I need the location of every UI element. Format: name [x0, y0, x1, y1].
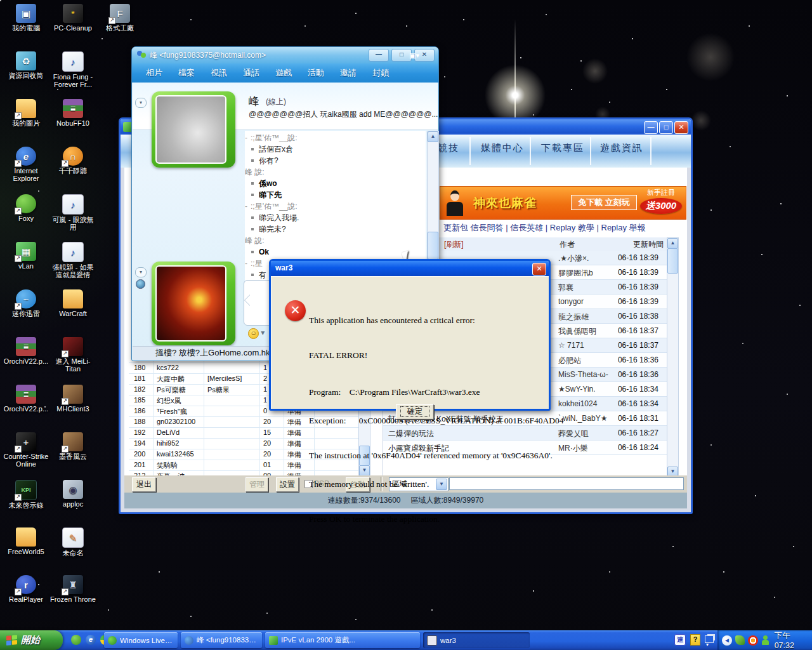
banner-register[interactable]: 新手註冊 送3000 [640, 188, 682, 214]
banner-title: 神來也麻雀 [473, 195, 537, 211]
task-label: war3 [440, 637, 456, 644]
player-status: 準備 [287, 418, 301, 427]
desktop-icon[interactable]: ◉ apploc [49, 480, 96, 527]
tray-collapse-chevron-icon[interactable]: ◄ [722, 635, 732, 646]
desktop-icon[interactable]: + Counter-Strike Online [3, 432, 49, 480]
collapse-chevron-icon[interactable]: ▾ [135, 267, 147, 277]
desktop-icon[interactable]: r RealPlayer [3, 575, 49, 623]
desktop-icon-label: PC-Cleanup [49, 24, 96, 32]
messenger-presence-tray-icon[interactable] [761, 635, 770, 646]
taskbar-task-button[interactable]: IPvE vLan 2900 遊戲... [265, 632, 420, 648]
news-row-author: MisS-Theta-ω- [558, 370, 608, 379]
desktop-icon[interactable]: ♪ Fiona Fung - Forever Fr... [49, 51, 96, 99]
messenger-menu-item[interactable]: 邀請 [340, 67, 357, 79]
settings-button[interactable]: 設置 [276, 477, 299, 492]
foxy-quicklaunch-icon[interactable] [71, 635, 81, 645]
webcam-icon[interactable] [136, 279, 145, 289]
desktop-icon[interactable]: ▦ vLan [3, 242, 49, 289]
desktop-icon[interactable]: WarCraft [49, 289, 96, 337]
restore-windows-icon[interactable] [705, 635, 714, 643]
emoticon-row[interactable]: ☺ ▾ [248, 328, 265, 339]
desktop-icon[interactable]: * PC-Cleanup [49, 4, 96, 51]
red-ring-tray-icon[interactable] [748, 635, 758, 646]
player-id: 200 [134, 450, 145, 458]
start-button[interactable]: 開始 [0, 630, 63, 650]
desktop-icon[interactable]: KPI 未來啓示錄 [3, 480, 49, 527]
desktop-icon-image: ≣ [16, 337, 36, 356]
emoticon-smiley-icon[interactable]: ☺ [248, 328, 259, 339]
desktop-icon[interactable]: ▣ 我的電腦 [3, 4, 49, 51]
green-tray-icon[interactable] [735, 635, 745, 645]
task-icon [108, 636, 117, 645]
lobby-minimize-button[interactable]: — [644, 121, 658, 134]
desktop-icon[interactable]: 墨香風云 [49, 432, 96, 480]
desktop-icon[interactable]: F 格式工廠 [96, 4, 143, 51]
messenger-menu-item[interactable]: 封鎖 [372, 67, 389, 79]
exit-button[interactable]: 退出 [132, 477, 156, 492]
ime-help-tray-icon[interactable]: ? [690, 634, 700, 646]
desktop-icon[interactable]: 進入 MeiLi-Titan [49, 337, 96, 385]
messenger-menu-item[interactable]: 檔案 [178, 67, 195, 79]
messenger-menu-item[interactable]: 視訊 [211, 67, 227, 79]
tab-separator [530, 137, 531, 165]
taskbar-task-button[interactable]: 峰 <fung91083375@h... [181, 632, 262, 648]
contact-presence: (線上) [266, 96, 286, 107]
messenger-titlebar[interactable]: 峰 <fung91083375@hotmail.com> — □ ✕ [132, 47, 438, 63]
lobby-tab-media[interactable]: 媒體中心 [472, 142, 533, 154]
desktop-icon[interactable]: ≣ OrochiV22.p... [3, 385, 49, 432]
desktop-icon[interactable]: MHClient3 [49, 385, 96, 432]
desktop-icon[interactable]: ~ 迷你迅雷 [3, 289, 49, 337]
desktop-icon[interactable]: e Internet Explorer [3, 147, 49, 194]
shortcut-arrow-icon [62, 588, 69, 595]
messenger-menubar: 相片檔案視訊通話遊戲活動邀請封鎖 [132, 63, 438, 83]
collapse-chevron-icon[interactable]: ▾ [135, 98, 147, 108]
messenger-minimize-button[interactable]: — [369, 49, 389, 62]
lobby-close-button[interactable]: ✕ [674, 121, 688, 134]
shortcut-arrow-icon [108, 17, 115, 24]
mahjong-ad-banner[interactable]: 神來也麻雀 免下載 立刻玩 新手註冊 送3000 [440, 186, 686, 220]
desktop-icon[interactable]: ∩ 千千靜聽 [49, 147, 96, 194]
messenger-menu-item[interactable]: 通話 [243, 67, 259, 79]
player-count: 0 [263, 407, 267, 415]
taskbar-task-button[interactable]: Windows Live Messen... [104, 632, 178, 648]
contact-status-message: @@@@@@@招人 玩aika國服 add ME@@@@@@... [249, 109, 438, 120]
news-row-time: 06-16 18:37 [618, 326, 658, 335]
share-display-icon[interactable] [409, 51, 428, 62]
lobby-links-row[interactable]: 更新包 信長問答 | 信長英雄 | Replay 教學 | Replay 舉報 [443, 222, 646, 234]
task-icon [185, 636, 193, 645]
news-refresh-link[interactable]: [刷新] [444, 239, 464, 250]
desktop-icon[interactable]: ≣ NobuFF10 [49, 99, 96, 147]
desktop-icon-label: 資源回收筒 [3, 72, 49, 79]
manage-button[interactable]: 管理 [246, 477, 268, 492]
news-row-time: 06-16 18:34 [618, 385, 658, 394]
dialog-line: FATAL ERROR! [309, 350, 564, 360]
ie-quicklaunch-icon[interactable]: e [86, 635, 96, 645]
desktop-icon[interactable]: ♜ Frozen Throne [49, 575, 96, 623]
desktop-icon[interactable]: FreeWorld5 [3, 527, 49, 575]
lobby-tab-gameinfo[interactable]: 遊戲資訊 [591, 142, 652, 154]
news-scrollbar[interactable]: ▲ ▼ [667, 237, 679, 478]
desktop-icon[interactable]: ♪ 張靚穎 - 如果這就是愛情 [49, 242, 96, 289]
desktop-icon[interactable]: Foxy [3, 194, 49, 242]
messenger-menu-item[interactable]: 相片 [146, 67, 162, 79]
speed-tray-icon[interactable]: 速 [674, 634, 686, 646]
news-row-author: 郭襄 [558, 282, 573, 293]
desktop-icon[interactable]: ♪ 可嵐 - 眼淚無用 [49, 194, 96, 242]
taskbar-task-button[interactable]: war3 [423, 632, 530, 648]
desktop-icon[interactable]: ≣ OrochiV22.p... [3, 337, 49, 385]
desktop-icon[interactable]: ✎ 未命名 [49, 527, 96, 575]
desktop-icon-label: OrochiV22.p... [3, 357, 49, 365]
desktop-icon-image: ♪ [62, 242, 84, 262]
dialog-close-button[interactable]: ✕ [532, 263, 546, 275]
messenger-menu-item[interactable]: 遊戲 [275, 67, 292, 79]
dialog-titlebar[interactable]: war3 ✕ [271, 261, 549, 276]
lobby-tab-download[interactable]: 下載專區 [532, 142, 593, 154]
desktop-icon[interactable]: 我的圖片 [3, 99, 49, 147]
lobby-maximize-button[interactable]: □ [659, 121, 673, 134]
player-status: 準備 [287, 428, 301, 438]
desktop-icon[interactable]: ♻ 資源回收筒 [3, 51, 49, 99]
messenger-menu-item[interactable]: 活動 [308, 67, 324, 79]
ok-button[interactable]: 確定 [396, 404, 434, 420]
banner-play-button[interactable]: 免下載 立刻玩 [571, 195, 637, 210]
desktop-icon-label: RealPlayer [3, 595, 49, 603]
